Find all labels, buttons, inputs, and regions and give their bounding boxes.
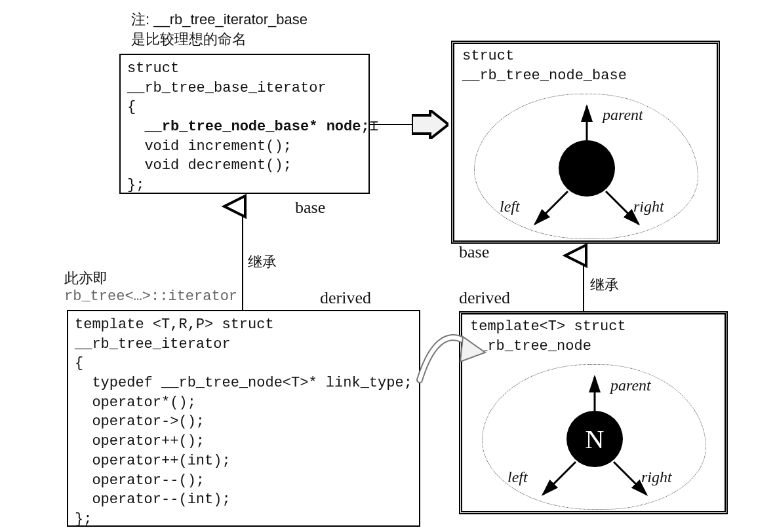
label-derived-left: derived: [320, 288, 371, 308]
label-inherit-left: 继承: [248, 252, 277, 272]
box-derived-node: template<T> struct __rb_tree_node N pare…: [459, 311, 728, 514]
label-parent-derived: parent: [610, 377, 651, 394]
label-right-derived: right: [641, 468, 672, 486]
label-parent-base: parent: [603, 106, 643, 124]
note-top-1: 注: __rb_tree_iterator_base: [131, 10, 308, 29]
svg-line-4: [543, 462, 576, 495]
code-derived-iterator: template <T,R,P> struct __rb_tree_iterat…: [68, 311, 419, 532]
label-base-left: base: [295, 198, 325, 218]
code-base-node: struct __rb_tree_node_base: [456, 45, 715, 89]
diagram-canvas: 注: __rb_tree_iterator_base 是比较理想的命名 stru…: [0, 0, 775, 532]
svg-line-1: [535, 191, 568, 224]
code-base-iterator: struct __rb_tree_base_iterator { __rb_tr…: [121, 55, 368, 199]
node-dot-derived: N: [566, 411, 623, 467]
label-right-base: right: [633, 198, 664, 216]
node-dot-base: [559, 140, 615, 197]
label-base-right: base: [459, 242, 489, 262]
label-derived-right: derived: [459, 288, 510, 308]
cloud-base: parent left right: [474, 94, 698, 239]
box-base-node: struct __rb_tree_node_base parent left r…: [451, 41, 720, 244]
note-left-2: rb_tree<…>::iterator: [64, 288, 237, 305]
note-top-2: 是比较理想的命名: [131, 29, 247, 49]
label-left-derived: left: [507, 468, 528, 486]
note-left-1: 此亦即: [64, 269, 108, 288]
text-cursor-icon: ⌶: [370, 119, 378, 135]
cloud-derived: N parent left right: [482, 364, 706, 510]
label-inherit-right: 继承: [590, 275, 619, 295]
box-base-iterator: struct __rb_tree_base_iterator { __rb_tr…: [119, 54, 370, 194]
label-left-base: left: [500, 198, 520, 216]
box-derived-iterator: template <T,R,P> struct __rb_tree_iterat…: [67, 310, 420, 527]
code-derived-node: template<T> struct __rb_tree_node: [464, 316, 723, 360]
